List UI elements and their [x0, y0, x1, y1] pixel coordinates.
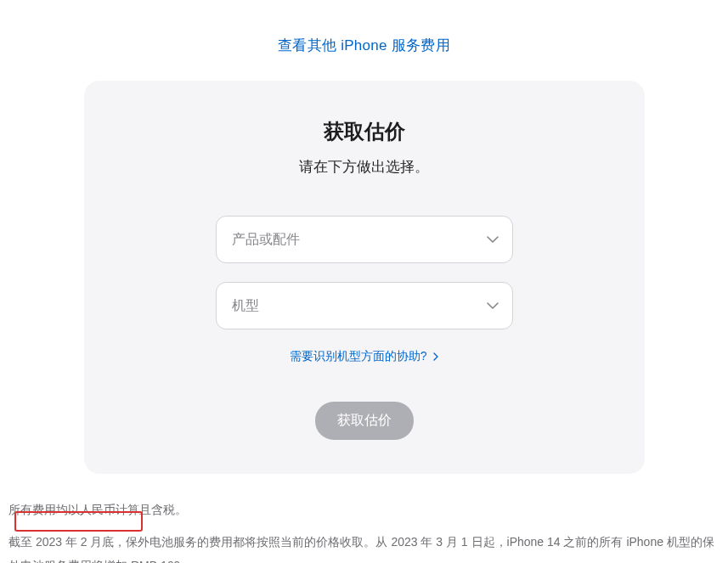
chevron-right-icon [433, 350, 438, 363]
help-link-label: 需要识别机型方面的协助? [290, 349, 427, 363]
footer-notes: 所有费用均以人民币计算且含税。 截至 2023 年 2 月底，保外电池服务的费用… [0, 474, 728, 563]
get-estimate-button[interactable]: 获取估价 [315, 402, 414, 440]
card-subtitle: 请在下方做出选择。 [127, 157, 602, 177]
top-link-container: 查看其他 iPhone 服务费用 [0, 0, 728, 81]
card-title: 获取估价 [127, 118, 602, 145]
estimate-card: 获取估价 请在下方做出选择。 产品或配件 机型 需要识别机型方面的协助? 获取估… [84, 81, 645, 474]
product-select[interactable]: 产品或配件 [216, 216, 513, 263]
chevron-down-icon [487, 302, 499, 309]
footer-line-1: 所有费用均以人民币计算且含税。 [8, 498, 720, 521]
chevron-down-icon [487, 236, 499, 243]
product-select-wrap: 产品或配件 [216, 216, 513, 263]
footer-line-2: 截至 2023 年 2 月底，保外电池服务的费用都将按照当前的价格收取。从 20… [8, 530, 720, 563]
model-select-placeholder: 机型 [232, 297, 259, 315]
product-select-placeholder: 产品或配件 [232, 231, 300, 249]
other-services-link[interactable]: 查看其他 iPhone 服务费用 [278, 37, 450, 53]
identify-model-link[interactable]: 需要识别机型方面的协助? [290, 349, 439, 363]
model-select-wrap: 机型 [216, 282, 513, 329]
help-link-container: 需要识别机型方面的协助? [127, 348, 602, 364]
model-select[interactable]: 机型 [216, 282, 513, 329]
